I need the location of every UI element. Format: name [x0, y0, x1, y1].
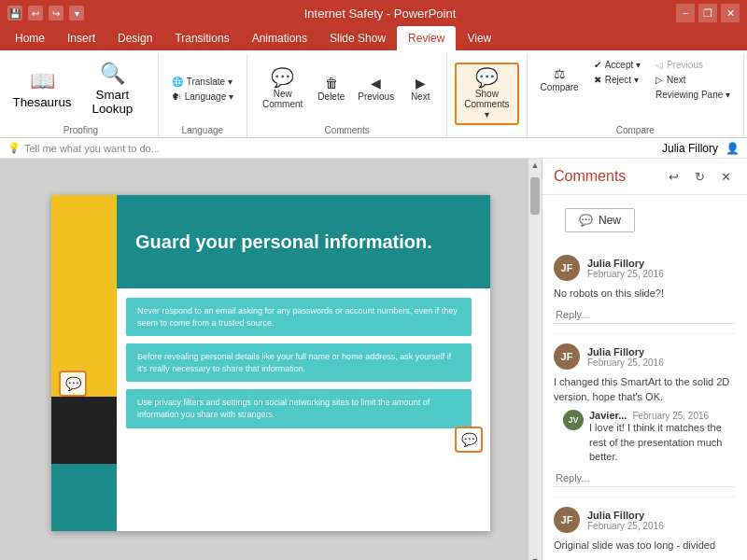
- slide-header: Guard your personal information.: [117, 195, 490, 288]
- smart-lookup-label: Smart Lookup: [84, 88, 141, 116]
- show-comments-buttons: 💬 ShowComments ▾: [455, 54, 518, 133]
- new-comment-panel-button[interactable]: 💬 New: [565, 208, 635, 232]
- scroll-up-button[interactable]: ▲: [529, 159, 542, 172]
- close-button[interactable]: ✕: [721, 4, 740, 22]
- show-comments-label: ShowComments ▾: [464, 89, 509, 119]
- compare-button[interactable]: ⚖ Compare: [535, 58, 585, 102]
- content-box-1: Never respond to an email asking for any…: [126, 298, 472, 336]
- prev-change-icon: ◁: [655, 60, 663, 70]
- next-change-label: Next: [667, 75, 686, 85]
- reply-text: I love it! I think it matches the rest o…: [589, 421, 736, 464]
- comments-reply-icon-btn[interactable]: ↩: [663, 166, 684, 187]
- show-comments-button[interactable]: 💬 ShowComments ▾: [455, 63, 518, 125]
- reject-icon: ✖: [594, 75, 601, 85]
- content-box-2: Before revealing personal details like y…: [126, 343, 472, 382]
- comment-1-avatar: JF: [554, 255, 580, 281]
- comment-1-text: No robots on this slide?!: [554, 287, 736, 301]
- comment-bubble-2[interactable]: 💬: [455, 427, 483, 453]
- previous-label: Previous: [358, 91, 394, 102]
- previous-change-button: ◁ Previous: [650, 58, 736, 72]
- comment-thread-3: JF Julia Fillory February 25, 2016 Origi…: [554, 497, 736, 560]
- comment-1-reply-input[interactable]: [554, 306, 736, 324]
- language-label: Language ▾: [185, 91, 233, 102]
- share-icon[interactable]: 👤: [726, 142, 740, 155]
- scroll-thumb[interactable]: [530, 177, 540, 215]
- new-comment-ribbon-label: NewComment: [262, 89, 303, 109]
- new-comment-icon: 💬: [271, 68, 294, 87]
- save-icon[interactable]: 💾: [7, 6, 22, 21]
- compare-label: Compare: [541, 82, 579, 92]
- accept-button[interactable]: ✔ Accept ▾: [588, 58, 646, 72]
- customize-icon[interactable]: ▾: [69, 6, 84, 21]
- menu-home[interactable]: Home: [4, 26, 56, 50]
- comment-thread-1: JF Julia Fillory February 25, 2016 No ro…: [554, 245, 736, 334]
- new-comment-panel-icon: 💬: [579, 214, 593, 227]
- comment-1-author: Julia Fillory: [587, 258, 664, 269]
- comment-2-reply-input[interactable]: [554, 469, 736, 487]
- menu-view[interactable]: View: [456, 26, 502, 50]
- menu-review[interactable]: Review: [397, 26, 456, 50]
- minimize-button[interactable]: −: [676, 4, 695, 22]
- menu-insert[interactable]: Insert: [56, 26, 106, 50]
- language-group-label: Language: [166, 123, 239, 137]
- comments-header-icons: ↩ ↻ ✕: [663, 166, 736, 187]
- previous-comment-button[interactable]: ◀ Previous: [352, 73, 400, 105]
- slide-title: Guard your personal information.: [135, 231, 432, 253]
- redo-icon[interactable]: ↪: [49, 6, 63, 21]
- thesaurus-button[interactable]: 📖 Thesaurus: [11, 65, 73, 113]
- comment-1-meta: Julia Fillory February 25, 2016: [587, 258, 664, 279]
- next-icon: ▶: [416, 77, 426, 90]
- tell-me-text: Tell me what you want to do...: [24, 143, 160, 154]
- restore-button[interactable]: ❐: [698, 4, 717, 22]
- reviewing-pane-button[interactable]: Reviewing Pane ▾: [650, 88, 736, 102]
- scroll-down-button[interactable]: ▼: [529, 554, 542, 560]
- ribbon-group-language: 🌐 Translate ▾ 🗣 Language ▾ Language: [159, 54, 247, 137]
- comment-3-author: Julia Fillory: [587, 510, 664, 521]
- comment-bubble-1-icon: 💬: [65, 376, 81, 391]
- tell-me-bar: 💡 Tell me what you want to do... Julia F…: [0, 138, 747, 159]
- user-name: Julia Fillory: [662, 142, 718, 155]
- language-button[interactable]: 🗣 Language ▾: [166, 90, 239, 104]
- new-comment-ribbon-button[interactable]: 💬 NewComment: [255, 64, 310, 113]
- show-comments-group-label: [455, 133, 518, 137]
- slide-left-bar: [51, 195, 117, 531]
- menu-animations[interactable]: Animations: [241, 26, 318, 50]
- comments-refresh-icon-btn[interactable]: ↻: [689, 166, 710, 187]
- slide-content: Never respond to an email asking for any…: [126, 298, 472, 522]
- menu-slide-show[interactable]: Slide Show: [318, 26, 397, 50]
- teal-bar: [51, 464, 117, 531]
- reply-content: Javier... February 25, 2016 I love it! I…: [589, 410, 736, 469]
- menu-design[interactable]: Design: [106, 26, 163, 50]
- content-text-3: Use privacy filters and settings on soci…: [137, 397, 460, 420]
- vertical-scrollbar[interactable]: ▲ ▼: [529, 159, 542, 560]
- delete-comment-button[interactable]: 🗑 Delete: [312, 73, 350, 105]
- undo-icon[interactable]: ↩: [28, 6, 43, 21]
- ribbon: 📖 Thesaurus 🔍 Smart Lookup Proofing 🌐 Tr…: [0, 50, 747, 138]
- comment-3-avatar: JF: [554, 507, 580, 533]
- comments-panel: Comments ↩ ↻ ✕ 💬 New JF Julia Fillory Fe: [542, 159, 747, 560]
- previous-icon: ◀: [371, 77, 381, 90]
- delete-label: Delete: [317, 91, 345, 102]
- reply-author: Javier...: [589, 410, 627, 421]
- slide-area: ▲ ▼ Guard your personal information. Nev…: [0, 159, 542, 560]
- menu-transitions[interactable]: Transitions: [163, 26, 240, 50]
- language-icon: 🗣: [172, 91, 181, 102]
- thesaurus-label: Thesaurus: [13, 95, 72, 109]
- reject-button[interactable]: ✖ Reject ▾: [588, 73, 646, 87]
- comments-close-btn[interactable]: ✕: [715, 166, 736, 187]
- comments-list: JF Julia Fillory February 25, 2016 No ro…: [543, 245, 747, 560]
- next-comment-button[interactable]: ▶ Next: [402, 73, 439, 105]
- smart-lookup-icon: 🔍: [100, 62, 125, 86]
- ribbon-group-compare: ⚖ Compare ✔ Accept ▾ ✖ Reject ▾ ◁: [528, 54, 745, 137]
- prev-change-label: Previous: [667, 60, 703, 70]
- next-change-button[interactable]: ▷ Next: [650, 73, 736, 87]
- next-change-icon: ▷: [655, 75, 663, 85]
- lightbulb-icon: 💡: [7, 142, 21, 154]
- comments-ribbon-buttons: 💬 NewComment 🗑 Delete ◀ Previous ▶ Next: [255, 54, 439, 123]
- tell-me-input[interactable]: 💡 Tell me what you want to do...: [7, 142, 160, 154]
- smart-lookup-button[interactable]: 🔍 Smart Lookup: [75, 58, 150, 119]
- comment-2-author: Julia Fillory: [587, 346, 664, 357]
- translate-button[interactable]: 🌐 Translate ▾: [166, 75, 239, 89]
- reply-avatar: JV: [563, 410, 584, 430]
- comment-bubble-1[interactable]: 💬: [59, 371, 87, 397]
